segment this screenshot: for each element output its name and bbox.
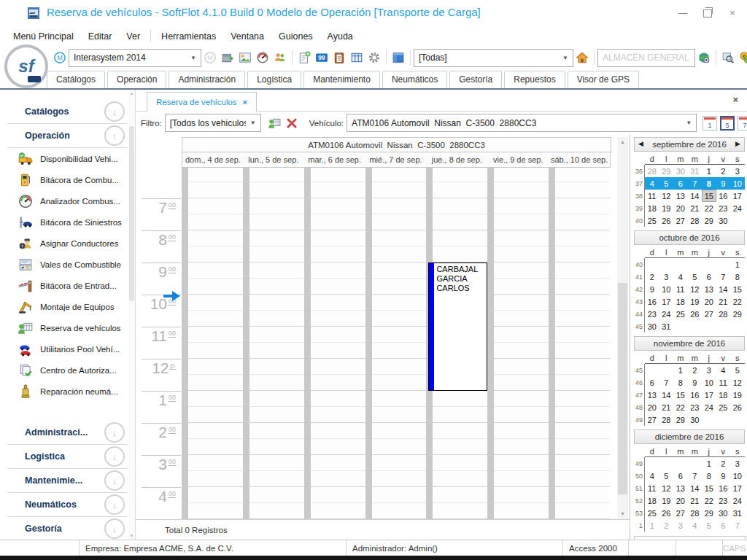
calendar-date[interactable]: 16	[716, 482, 731, 494]
calendar-date[interactable]: 28	[688, 214, 703, 227]
calendar-date[interactable]: 22	[673, 401, 688, 413]
calendar-date[interactable]: 22	[702, 202, 716, 214]
calendar-date[interactable]: 25	[645, 214, 659, 227]
calendar-date[interactable]: 7	[688, 470, 703, 482]
menu-item-editar[interactable]: Editar	[81, 28, 120, 44]
calendar-date[interactable]: 9	[716, 177, 731, 190]
calendar-date[interactable]: 15	[673, 389, 688, 401]
menu-item-ayuda[interactable]: Ayuda	[320, 28, 360, 44]
calendar-date[interactable]: 3	[659, 271, 674, 283]
calendar-date[interactable]: 18	[716, 389, 731, 401]
calendar-date[interactable]: 5	[702, 519, 716, 532]
appointment[interactable]: CARBAJAL GARCIA CARLOS	[428, 262, 487, 391]
calendar-date[interactable]: 20	[645, 401, 659, 413]
sidebar-item-centro-de-autoriza[interactable]: Centro de Autoriza...	[0, 359, 135, 381]
calendar-date[interactable]: 6	[645, 376, 659, 389]
search-tools-icon[interactable]	[721, 50, 735, 65]
scroll-down-icon[interactable]: ▼	[617, 509, 628, 519]
sidebar-group-logistica[interactable]: Logistica↓	[0, 445, 135, 468]
expand-arrow-icon[interactable]: ↓	[104, 101, 125, 122]
ribbon-tab-log-stica[interactable]: Logística	[247, 71, 301, 88]
sidebar-item-utilitarios-pool-veh[interactable]: Utilitarios Pool Vehí...	[0, 338, 135, 359]
calendar-date[interactable]: 22	[702, 494, 716, 507]
calendar-date[interactable]: 30	[673, 165, 688, 177]
company-selector[interactable]: Interasystem 2014 ▼	[69, 49, 201, 67]
scheduler-scrollbar[interactable]: ▲ ▼	[617, 137, 628, 519]
menu-item-herramientas[interactable]: Herramientas	[154, 28, 223, 44]
calendar-date[interactable]: 14	[716, 283, 731, 295]
menu-item-guiones[interactable]: Guiones	[271, 28, 320, 44]
calendar-date[interactable]: 1	[702, 457, 716, 470]
image-icon[interactable]	[238, 50, 252, 65]
calendar-date[interactable]: 20	[702, 295, 716, 308]
calendar-date[interactable]: 14	[688, 482, 703, 494]
calendar-date[interactable]: 12	[659, 190, 674, 202]
scroll-up-icon[interactable]: ▲	[617, 137, 628, 147]
calendar-date[interactable]: 11	[673, 283, 688, 295]
calendar-date[interactable]: 30	[716, 214, 731, 227]
calendar-date[interactable]: 5	[659, 177, 674, 190]
restore-icon[interactable]	[702, 7, 713, 18]
calendar-date[interactable]: 3	[702, 364, 716, 376]
menu-item-ver[interactable]: Ver	[119, 28, 147, 44]
ribbon-tab-neum-ticos[interactable]: Neumáticos	[382, 71, 447, 88]
calendar-date[interactable]: 25	[673, 308, 688, 320]
sidebar-item-montaje-de-equipos[interactable]: Montaje de Equipos	[0, 296, 135, 317]
day-column-6[interactable]	[487, 166, 549, 519]
calendar-date[interactable]: 25	[645, 507, 659, 519]
view-7-button[interactable]: 7	[738, 116, 747, 131]
calendar-date[interactable]: 29	[730, 308, 745, 320]
calendar-date[interactable]: 19	[730, 389, 745, 401]
calendar-date[interactable]: 31	[659, 320, 674, 332]
scroll-down-icon[interactable]: ▼	[128, 532, 135, 540]
calendar-date[interactable]: 16	[645, 295, 659, 308]
calendar-date[interactable]: 27	[645, 413, 659, 426]
calendar-date[interactable]: 7	[730, 519, 745, 532]
calendar-date[interactable]: 3	[730, 165, 745, 177]
sidebar-item-disponibilidad-vehi[interactable]: Disponibilidad Vehi...	[0, 148, 135, 169]
sidebar-group-operaci-n[interactable]: Operación↑	[0, 124, 135, 147]
calendar-date[interactable]: 30	[688, 413, 703, 426]
calendar-date[interactable]: 19	[688, 295, 703, 308]
scrollbar-thumb[interactable]	[129, 126, 134, 301]
panel-close-icon[interactable]: ×	[732, 94, 738, 105]
coins-icon[interactable]: €$	[738, 50, 747, 65]
calendar-date[interactable]: 7	[659, 376, 674, 389]
calendar-date[interactable]: 2	[716, 165, 731, 177]
warehouse-input[interactable]	[597, 49, 695, 67]
calendar-prev-icon[interactable]: ◀	[638, 140, 643, 147]
ribbon-tab-gestor-a[interactable]: Gestoría	[449, 71, 502, 88]
calendar-date[interactable]: 2	[688, 364, 703, 376]
calendar-date[interactable]: 8	[673, 376, 688, 389]
calendar-date[interactable]: 27	[673, 507, 688, 519]
gauge-icon[interactable]	[255, 50, 270, 65]
calendar-date[interactable]: 10	[659, 283, 674, 295]
day-column-7[interactable]	[549, 166, 610, 519]
calendar-date[interactable]: 24	[730, 494, 745, 507]
calendar-date[interactable]: 6	[673, 470, 688, 482]
m-badge-disabled-icon[interactable]: M	[203, 50, 217, 65]
users-icon[interactable]	[273, 50, 287, 65]
calendar-date[interactable]: 16	[716, 190, 731, 202]
calendar-date[interactable]: 11	[645, 190, 659, 202]
calendar-date[interactable]: 1	[702, 165, 716, 177]
calendar-date[interactable]: 4	[688, 519, 703, 532]
calendar-date[interactable]: 25	[716, 401, 731, 413]
day-column-3[interactable]	[304, 166, 365, 519]
calendar-date[interactable]: 13	[702, 283, 716, 295]
calendar-next-icon[interactable]: ▶	[735, 140, 740, 147]
calendar-date[interactable]: 28	[688, 507, 703, 519]
calendar-date[interactable]: 1	[730, 258, 745, 271]
calendar-date[interactable]: 24	[730, 202, 745, 214]
calendar-date[interactable]: 4	[645, 470, 659, 482]
menu-item-ventana[interactable]: Ventana	[223, 28, 271, 44]
calendar-date[interactable]: 16	[688, 389, 703, 401]
calendar-date[interactable]: 24	[702, 401, 716, 413]
calendar-date[interactable]: 31	[730, 507, 745, 519]
calendar-date[interactable]: 5	[659, 470, 674, 482]
expand-arrow-icon[interactable]: ↓	[104, 470, 125, 491]
calendar-date[interactable]: 4	[716, 364, 731, 376]
home-icon[interactable]	[575, 50, 589, 65]
calendar-date[interactable]: 31	[688, 165, 703, 177]
scroll-up-icon[interactable]: ▲	[128, 90, 135, 97]
